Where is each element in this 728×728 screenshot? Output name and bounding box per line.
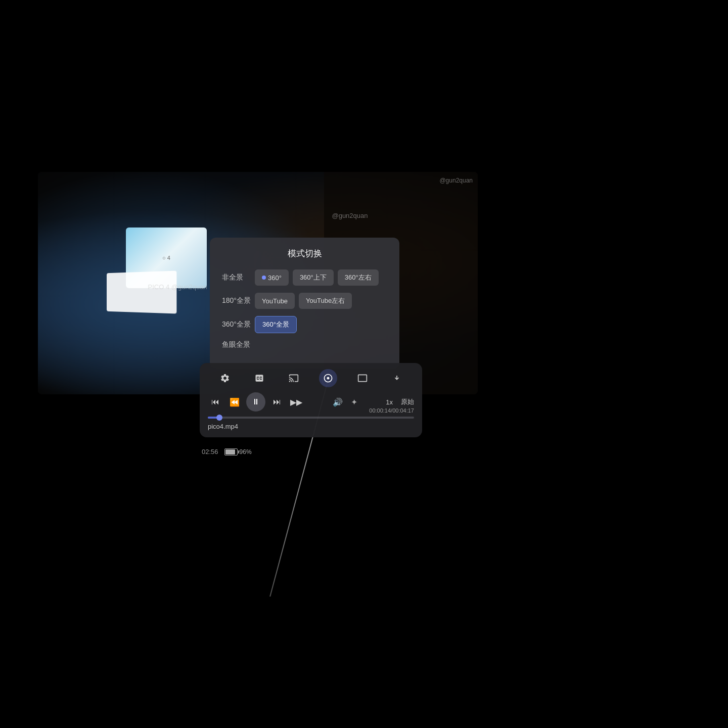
battery-indicator: 96%	[224, 448, 252, 456]
battery-percentage: 96%	[240, 448, 252, 456]
time-total: 00:04:17	[392, 407, 414, 414]
mode-row-180: 180°全景 YouTube YouTube左右	[222, 293, 387, 309]
top-right-watermark: @gun2quan	[439, 177, 473, 184]
subtitles-icon[interactable]	[250, 369, 268, 387]
skip-start-button[interactable]: ⏮	[208, 394, 223, 410]
mode-buttons-360: 360°全景	[255, 316, 297, 333]
pause-play-button[interactable]: ⏸	[246, 392, 265, 412]
mode-btn-dot-indicator	[262, 276, 266, 280]
status-time: 02:56	[202, 448, 218, 456]
mode-label-360: 360°全景	[222, 320, 255, 329]
mode-btn-360-dot-label: 360°	[268, 274, 282, 282]
mode-panel-title: 模式切换	[222, 248, 387, 259]
battery-tip	[238, 450, 239, 453]
mode-btn-youtube-lr-label: YouTube左右	[306, 296, 345, 305]
brightness-button[interactable]: ✦	[349, 395, 359, 409]
cast-icon[interactable]	[285, 369, 303, 387]
mode-btn-360-updown-label: 360°上下	[300, 273, 327, 282]
mode-btn-360-panorama[interactable]: 360°全景	[255, 316, 297, 333]
quality-label[interactable]: 原始	[401, 397, 414, 406]
settings-icon[interactable]	[216, 369, 234, 387]
video-watermark: @gun2quan	[332, 212, 368, 219]
mode-label-180: 180°全景	[222, 296, 255, 305]
progress-thumb[interactable]	[216, 415, 222, 421]
time-current: 00:00:14	[369, 407, 391, 414]
mode-btn-youtube[interactable]: YouTube	[255, 293, 295, 309]
file-name: pico4.mp4	[208, 423, 414, 430]
video-text-overlay: PICO 4 @gun2quan	[148, 283, 207, 291]
mode-row-fisheye: 鱼眼全景	[222, 340, 387, 349]
progress-bar[interactable]	[208, 417, 414, 419]
mode-buttons-180: YouTube YouTube左右	[255, 293, 352, 309]
progress-time: 00:00:14/00:04:17	[369, 407, 414, 414]
mode-row-360: 360°全景 360°全景	[222, 316, 387, 333]
mode-row-non-panorama: 非全景 360° 360°上下 360°左右	[222, 269, 387, 286]
speed-label[interactable]: 1x	[386, 398, 393, 406]
skip-forward-button[interactable]: ▶▶	[289, 394, 304, 410]
mode-label-fisheye: 鱼眼全景	[222, 340, 255, 349]
volume-button[interactable]: 🔊	[331, 395, 345, 409]
control-icons-row	[208, 369, 414, 387]
mode-buttons-non-panorama: 360° 360°上下 360°左右	[255, 269, 379, 286]
status-bar: 02:56 96%	[200, 448, 422, 456]
control-bar: ⏮ ⏪ ⏸ ⏭ ▶▶ 🔊 ✦ 1x 原始 00:00:14/00:04:17 p…	[200, 363, 422, 437]
gesture-icon[interactable]	[388, 369, 406, 387]
progress-container: 00:00:14/00:04:17	[208, 417, 414, 419]
screen-svg	[357, 373, 368, 383]
hand-svg	[392, 373, 402, 383]
cc-svg	[254, 373, 264, 383]
mode-label-non-panorama: 非全景	[222, 273, 255, 282]
mode-360-svg	[323, 373, 333, 383]
mode-btn-360-lr[interactable]: 360°左右	[338, 269, 379, 286]
step-forward-button[interactable]: ⏭	[269, 394, 285, 410]
mode-btn-360-dot[interactable]: 360°	[255, 269, 289, 286]
battery-fill	[225, 449, 236, 454]
file-info-row: pico4.mp4	[208, 423, 414, 430]
mode-360-icon[interactable]	[319, 369, 337, 387]
mode-btn-360-updown[interactable]: 360°上下	[293, 269, 334, 286]
cast-svg	[289, 373, 299, 383]
mode-btn-youtube-label: YouTube	[262, 297, 288, 305]
mode-btn-youtube-lr[interactable]: YouTube左右	[299, 293, 352, 309]
gear-svg	[220, 373, 230, 383]
vr-controller-prop	[107, 270, 176, 313]
mode-panel: 模式切换 非全景 360° 360°上下 360°左右 180°全景 YouTu…	[210, 238, 399, 369]
mode-btn-360-lr-label: 360°左右	[345, 273, 372, 282]
step-back-button[interactable]: ⏪	[227, 394, 242, 410]
battery-box	[224, 448, 238, 456]
screen-size-icon[interactable]	[353, 369, 372, 387]
mode-btn-360-panorama-label: 360°全景	[262, 320, 289, 329]
